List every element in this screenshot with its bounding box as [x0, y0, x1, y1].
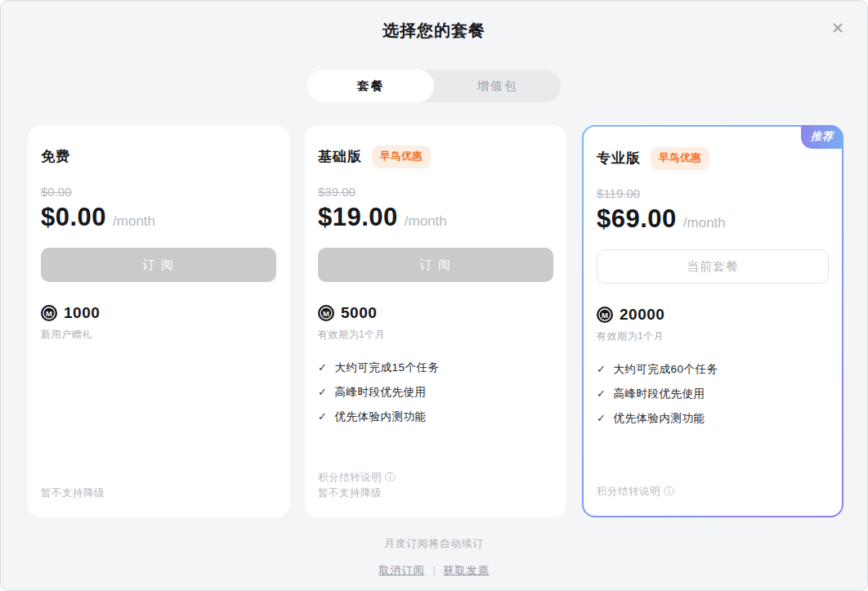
credits-amount: 20000 [620, 306, 664, 324]
credits-coin-icon: M [318, 305, 334, 321]
tab-addons[interactable]: 增值包 [434, 69, 561, 102]
feature-item: ✓ 大约可完成15个任务 [318, 362, 553, 374]
auto-renew-note: 月度订阅将自动续订 [1, 537, 867, 551]
recommended-ribbon: 推荐 [801, 125, 843, 149]
subscribe-button[interactable]: 订 阅 [41, 248, 276, 282]
early-bird-badge: 早鸟优惠 [372, 146, 431, 168]
feature-text: 大约可完成60个任务 [613, 364, 718, 375]
carryover-note: 积分结转说明 ⓘ [597, 484, 829, 499]
cancel-subscription-link[interactable]: 取消订阅 [378, 563, 424, 578]
feature-item: ✓ 高峰时段优先使用 [597, 388, 829, 400]
svg-text:M: M [46, 309, 52, 318]
feature-item: ✓ 优先体验内测功能 [318, 411, 553, 423]
feature-text: 高峰时段优先使用 [334, 387, 426, 398]
plan-cards: 免费 $0.00 $0.00 /month 订 阅 M 1000 新用户赠礼 暂… [1, 102, 867, 517]
credits-amount: 1000 [64, 304, 100, 322]
plan-type-tabs: 套餐 增值包 [307, 69, 561, 102]
credits-note: 有效期为1个月 [597, 329, 829, 343]
original-price: $39.00 [318, 185, 553, 199]
credits-coin-icon: M [597, 307, 613, 323]
plan-selection-dialog: 选择您的套餐 ✕ 套餐 增值包 免费 $0.00 $0.00 /month 订 … [0, 0, 868, 591]
footer-links: 取消订阅 | 获取发票 [1, 563, 867, 578]
credits-note: 新用户赠礼 [41, 328, 276, 342]
info-icon[interactable]: ⓘ [385, 472, 396, 483]
credits-amount: 5000 [341, 304, 377, 322]
credits-coin-icon: M [41, 305, 57, 321]
carryover-note: 积分结转说明 ⓘ [318, 470, 553, 486]
downgrade-note: 暂不支持降级 [41, 486, 276, 501]
original-price: $0.00 [41, 185, 276, 199]
feature-list: ✓ 大约可完成60个任务 ✓ 高峰时段优先使用 ✓ 优先体验内测功能 [597, 364, 829, 437]
feature-text: 优先体验内测功能 [334, 411, 426, 423]
close-icon[interactable]: ✕ [828, 19, 848, 38]
feature-text: 优先体验内测功能 [613, 413, 705, 424]
price: $19.00 [318, 203, 398, 232]
info-icon[interactable]: ⓘ [664, 486, 674, 497]
check-icon: ✓ [318, 362, 327, 374]
check-icon: ✓ [597, 413, 606, 424]
billing-period: /month [405, 213, 447, 230]
price: $0.00 [41, 203, 106, 232]
check-icon: ✓ [318, 387, 327, 398]
svg-text:M: M [323, 309, 329, 318]
billing-period: /month [113, 213, 155, 230]
plan-card-free: 免费 $0.00 $0.00 /month 订 阅 M 1000 新用户赠礼 暂… [28, 125, 289, 517]
feature-list: ✓ 大约可完成15个任务 ✓ 高峰时段优先使用 ✓ 优先体验内测功能 [318, 362, 553, 436]
check-icon: ✓ [597, 364, 606, 375]
link-separator: | [432, 565, 435, 576]
svg-text:M: M [602, 311, 608, 320]
check-icon: ✓ [597, 388, 606, 400]
plan-name: 免费 [41, 147, 70, 166]
dialog-title: 选择您的套餐 [1, 1, 867, 40]
plan-name: 基础版 [318, 147, 362, 166]
tab-plans[interactable]: 套餐 [307, 69, 434, 102]
downgrade-note: 暂不支持降级 [318, 486, 553, 501]
feature-item: ✓ 优先体验内测功能 [597, 413, 829, 424]
feature-text: 大约可完成15个任务 [334, 362, 439, 374]
original-price: $119.00 [597, 186, 829, 200]
credits-note: 有效期为1个月 [318, 328, 553, 342]
billing-period: /month [683, 215, 726, 231]
subscribe-button[interactable]: 订 阅 [318, 248, 553, 282]
current-plan-button[interactable]: 当前套餐 [597, 249, 829, 284]
plan-card-basic: 基础版 早鸟优惠 $39.00 $19.00 /month 订 阅 M 5000… [305, 125, 566, 517]
feature-text: 高峰时段优先使用 [613, 388, 705, 400]
price: $69.00 [597, 204, 677, 234]
get-invoice-link[interactable]: 获取发票 [444, 563, 490, 578]
plan-card-pro: 推荐 专业版 早鸟优惠 $119.00 $69.00 /month 当前套餐 M… [582, 125, 843, 517]
check-icon: ✓ [318, 411, 327, 423]
early-bird-badge: 早鸟优惠 [651, 147, 709, 170]
feature-item: ✓ 高峰时段优先使用 [318, 387, 553, 398]
plan-name: 专业版 [597, 149, 641, 168]
feature-item: ✓ 大约可完成60个任务 [597, 364, 829, 375]
